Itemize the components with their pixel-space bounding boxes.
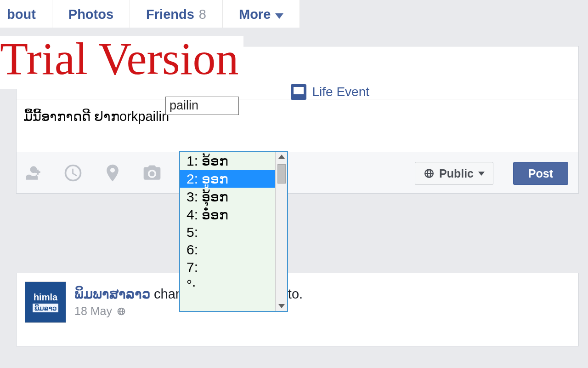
globe-icon	[117, 307, 126, 316]
tab-friends-label: Friends	[146, 7, 194, 22]
post-button[interactable]: Post	[513, 162, 568, 185]
ime-candidate-3[interactable]: 3: ອຸ້ອກ	[180, 188, 275, 206]
chevron-down-icon	[478, 172, 485, 176]
ime-candidate-1[interactable]: 1: ອ້ອກ	[180, 152, 275, 170]
composer-textarea[interactable]: ມື້ນີ້ອາກາດດີ ຢາກorkpailin	[17, 99, 578, 152]
camera-icon[interactable]	[142, 163, 162, 183]
scroll-up-icon[interactable]	[278, 155, 285, 159]
tag-people-icon[interactable]	[23, 163, 44, 183]
tab-friends[interactable]: Friends 8	[130, 0, 223, 28]
composer-text: ມື້ນີ້ອາກາດດີ ຢາກorkpailin	[23, 109, 169, 124]
location-icon[interactable]	[102, 163, 123, 183]
life-event-button[interactable]: Life Event	[291, 84, 369, 100]
story-headline: ພິມພາສາລາວ changed his cover photo.	[25, 282, 570, 302]
ime-candidate-5[interactable]: 5:	[180, 224, 275, 241]
privacy-selector[interactable]: Public	[415, 162, 493, 185]
trial-watermark: Trial Version	[0, 36, 243, 89]
ime-inline-text: pailin	[170, 98, 198, 112]
life-event-label: Life Event	[312, 85, 369, 99]
ime-candidate-6[interactable]: 6:	[180, 241, 275, 259]
ime-candidate-8[interactable]: °·	[180, 276, 275, 293]
tab-more[interactable]: More	[223, 0, 300, 28]
feed-story: himla ພິມລາວ ພິມພາສາລາວ changed his cove…	[16, 273, 579, 346]
avatar[interactable]: himla ພິມລາວ	[25, 282, 66, 323]
ime-scrollbar[interactable]	[275, 152, 287, 311]
friends-count: 8	[199, 7, 206, 22]
story-date[interactable]: 18 May	[74, 305, 112, 318]
post-label: Post	[528, 167, 553, 180]
composer-footer: Public Post	[17, 152, 578, 193]
tab-photos[interactable]: Photos	[52, 0, 130, 28]
tab-about-label: bout	[7, 7, 36, 22]
flag-icon	[291, 84, 306, 100]
avatar-line2: ພິມລາວ	[33, 304, 58, 312]
tab-more-label: More	[239, 7, 271, 22]
globe-icon	[424, 168, 435, 179]
story-meta: 18 May	[74, 305, 570, 318]
scroll-down-icon[interactable]	[278, 304, 285, 308]
ime-candidate-4[interactable]: 4: ອ໋ອກ	[180, 206, 275, 224]
ime-candidate-list: 1: ອ້ອກ 2: ອູອກ 3: ອຸ້ອກ 4: ອ໋ອກ 5: 6: 7…	[180, 152, 275, 311]
privacy-label: Public	[439, 167, 474, 180]
avatar-line1: himla	[34, 293, 57, 302]
tab-about[interactable]: bout	[0, 0, 52, 28]
story-author[interactable]: ພິມພາສາລາວ	[74, 287, 150, 301]
profile-nav-tabs: bout Photos Friends 8 More	[0, 0, 300, 28]
tab-photos-label: Photos	[68, 7, 113, 22]
clock-icon[interactable]	[63, 163, 83, 183]
ime-candidate-panel: 1: ອ້ອກ 2: ອູອກ 3: ອຸ້ອກ 4: ອ໋ອກ 5: 6: 7…	[179, 151, 288, 312]
chevron-down-icon	[275, 13, 283, 19]
ime-candidate-7[interactable]: 7:	[180, 259, 275, 276]
watermark-text: Trial Version	[0, 33, 239, 84]
scroll-thumb[interactable]	[277, 164, 286, 184]
ime-candidate-2[interactable]: 2: ອູອກ	[180, 170, 275, 188]
ime-inline-candidate[interactable]: pailin	[165, 97, 239, 115]
